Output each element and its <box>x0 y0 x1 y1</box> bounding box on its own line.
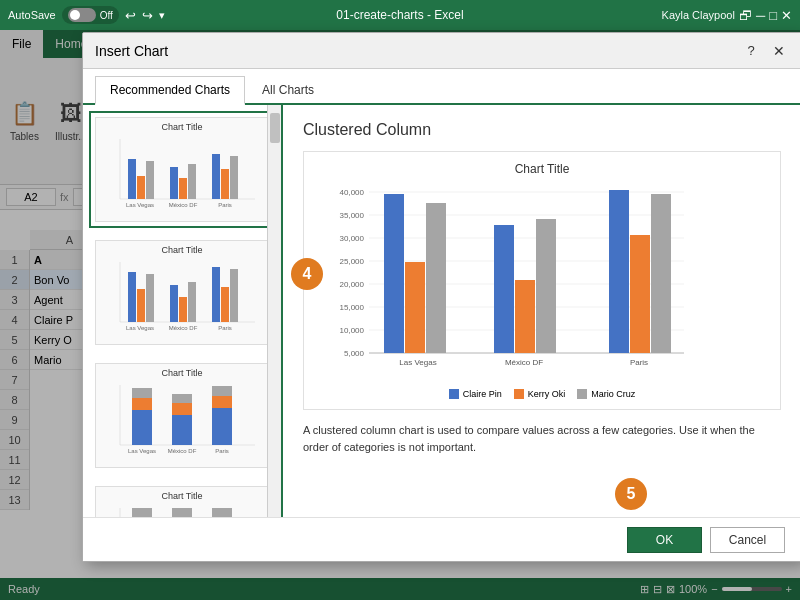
svg-rect-79 <box>609 190 629 353</box>
svg-rect-20 <box>179 297 187 322</box>
step-badge-4: 4 <box>291 258 323 290</box>
legend-mario: Mario Cruz <box>577 389 635 399</box>
svg-rect-2 <box>128 159 136 199</box>
svg-rect-3 <box>137 176 145 199</box>
dialog-tabs: Recommended Charts All Charts <box>83 69 800 105</box>
svg-text:Las Vegas: Las Vegas <box>126 325 154 331</box>
chart-type-title: Clustered Column <box>303 121 781 139</box>
dialog-close-button[interactable]: ✕ <box>769 41 789 61</box>
svg-rect-7 <box>188 164 196 199</box>
legend-dot-kerry <box>514 389 524 399</box>
tab-all-charts[interactable]: All Charts <box>247 76 329 103</box>
svg-rect-75 <box>426 203 446 353</box>
legend-label-mario: Mario Cruz <box>591 389 635 399</box>
svg-text:Paris: Paris <box>630 358 648 367</box>
svg-rect-24 <box>230 269 238 322</box>
svg-text:Paris: Paris <box>218 202 232 208</box>
main-chart-svg: 40,000 35,000 30,000 25,000 20,000 15,00… <box>314 182 694 382</box>
svg-rect-78 <box>536 219 556 353</box>
restore-icon[interactable]: 🗗 <box>739 8 752 23</box>
svg-rect-32 <box>132 388 152 398</box>
legend-dot-mario <box>577 389 587 399</box>
svg-rect-73 <box>384 194 404 353</box>
svg-text:10,000: 10,000 <box>340 326 365 335</box>
svg-text:30,000: 30,000 <box>340 234 365 243</box>
mini-chart-3: Las Vegas México DF Paris <box>100 380 260 460</box>
chart-thumbnail-2[interactable]: Chart Title Las Vegas <box>89 234 275 351</box>
svg-rect-8 <box>212 154 220 199</box>
mini-chart-1: Las Vegas México DF Paris <box>100 134 260 214</box>
chart-legend: Claire Pin Kerry Oki Mario Cruz <box>314 389 770 399</box>
window-close-icon[interactable]: ✕ <box>781 8 792 23</box>
undo-icon[interactable]: ↩ <box>125 8 136 23</box>
svg-rect-38 <box>212 386 232 396</box>
chart-detail-panel: Clustered Column Chart Title 40,000 3 <box>283 105 800 545</box>
minimize-icon[interactable]: ─ <box>756 8 765 23</box>
toggle-state: Off <box>100 10 113 21</box>
svg-text:20,000: 20,000 <box>340 280 365 289</box>
chart-thumbnail-1[interactable]: Chart Title <box>89 111 275 228</box>
svg-text:40,000: 40,000 <box>340 188 365 197</box>
ok-button[interactable]: OK <box>627 527 702 553</box>
legend-label-kerry: Kerry Oki <box>528 389 566 399</box>
svg-rect-17 <box>137 289 145 322</box>
svg-text:Las Vegas: Las Vegas <box>128 448 156 454</box>
dialog-title-text: Insert Chart <box>95 43 168 59</box>
step-badge-5: 5 <box>615 478 647 510</box>
maximize-icon[interactable]: □ <box>769 8 777 23</box>
dialog-body: Chart Title <box>83 105 800 545</box>
svg-rect-34 <box>172 403 192 415</box>
chart-thumbnail-list: Chart Title <box>83 105 283 545</box>
svg-rect-23 <box>221 287 229 322</box>
svg-rect-80 <box>630 235 650 353</box>
svg-text:15,000: 15,000 <box>340 303 365 312</box>
thumb1-title: Chart Title <box>100 122 264 132</box>
thumb3-title: Chart Title <box>100 368 264 378</box>
dialog-help-button[interactable]: ? <box>741 41 761 61</box>
svg-text:México DF: México DF <box>505 358 543 367</box>
quick-access-icon[interactable]: ▾ <box>159 9 165 22</box>
mini-chart-2: Las Vegas México DF Paris <box>100 257 260 337</box>
svg-rect-37 <box>212 396 232 408</box>
badge4-label: 4 <box>303 265 312 283</box>
large-chart-title: Chart Title <box>314 162 770 176</box>
svg-rect-10 <box>230 156 238 199</box>
tab-recommended-charts[interactable]: Recommended Charts <box>95 76 245 105</box>
description-text: A clustered column chart is used to comp… <box>303 422 781 455</box>
svg-text:México DF: México DF <box>169 325 198 331</box>
svg-rect-19 <box>170 285 178 322</box>
svg-text:Las Vegas: Las Vegas <box>399 358 436 367</box>
svg-rect-31 <box>132 398 152 410</box>
svg-rect-33 <box>172 415 192 445</box>
legend-label-claire: Claire Pin <box>463 389 502 399</box>
cancel-button[interactable]: Cancel <box>710 527 785 553</box>
legend-dot-claire <box>449 389 459 399</box>
svg-rect-6 <box>179 178 187 199</box>
svg-text:Paris: Paris <box>215 448 229 454</box>
thumb2-title: Chart Title <box>100 245 264 255</box>
redo-icon[interactable]: ↪ <box>142 8 153 23</box>
svg-rect-5 <box>170 167 178 199</box>
user-name: Kayla Claypool <box>662 9 735 21</box>
svg-text:Las Vegas: Las Vegas <box>126 202 154 208</box>
large-chart: Chart Title 40,000 35,000 30,000 25,000 <box>303 151 781 410</box>
window-title: 01-create-charts - Excel <box>336 8 463 22</box>
insert-chart-dialog: Insert Chart ? ✕ Recommended Charts All … <box>82 32 800 562</box>
thumb4-title: Chart Title <box>100 491 264 501</box>
dialog-footer: OK Cancel <box>83 517 800 561</box>
title-bar: AutoSave Off ↩ ↪ ▾ 01-create-charts - Ex… <box>0 0 800 30</box>
chart-thumbnail-3[interactable]: Chart Title Las Vegas <box>89 357 275 474</box>
autosave-label: AutoSave <box>8 9 56 21</box>
svg-rect-18 <box>146 274 154 322</box>
thumbnail-scrollbar[interactable]: ▼ <box>267 105 281 545</box>
svg-text:México DF: México DF <box>168 448 197 454</box>
svg-rect-30 <box>132 410 152 445</box>
autosave-toggle[interactable]: Off <box>62 6 119 24</box>
svg-text:México DF: México DF <box>169 202 198 208</box>
svg-text:5,000: 5,000 <box>344 349 365 358</box>
svg-rect-81 <box>651 194 671 353</box>
svg-rect-4 <box>146 161 154 199</box>
svg-text:Paris: Paris <box>218 325 232 331</box>
svg-text:35,000: 35,000 <box>340 211 365 220</box>
chart-description: A clustered column chart is used to comp… <box>303 422 781 455</box>
